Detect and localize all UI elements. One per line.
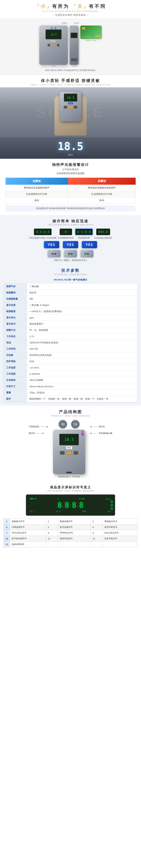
alarm-col-high: 高警报 bbox=[68, 178, 136, 185]
lcd-d4: 8 bbox=[79, 501, 83, 509]
lcd-label-al-h: AL-H bbox=[56, 510, 61, 513]
tech-value-5: ppm bbox=[27, 315, 137, 321]
operation-yes-caption: 按键方式一键确定，使用加面安全放心 bbox=[4, 259, 137, 261]
label-gas-text: 气体检波区 bbox=[29, 425, 39, 428]
top-banner: 「小」有所为 「大」有不同 A LITTLE ACTION MAKES A BI… bbox=[0, 0, 141, 19]
alarm-row2-high: 红蓝报警指示灯闪烁 bbox=[68, 191, 136, 197]
alarm-row1-low: 蜂鸣器低高速频繁报警声 bbox=[5, 185, 68, 191]
table-row: 重量 150g（含电池） bbox=[4, 390, 137, 396]
led-red bbox=[81, 431, 83, 433]
btn1 bbox=[47, 43, 50, 47]
table-row: 10 秒气体名称符号 11 校准开始符号 12 蓝牙开机符号 bbox=[4, 536, 137, 541]
tech-label-9: 电池 bbox=[4, 340, 27, 346]
table-row: 蜂鸣器低高速频繁报警声 蜂鸣器更加频繁高速报警声 bbox=[5, 185, 136, 191]
feature1-zh: 体小质轻 手感舒适 按键灵敏 bbox=[4, 78, 137, 83]
legend-label-12: 蓝牙开机符号 bbox=[102, 536, 137, 541]
display-large-value: 18.5 bbox=[4, 140, 137, 153]
device-3d-btn-main bbox=[67, 451, 72, 455]
legend-label-4: USB连接符号 bbox=[10, 524, 46, 530]
label-dot2 bbox=[42, 433, 43, 434]
tech-label-1: 检测量程 bbox=[4, 290, 27, 296]
lcd-label-cal: CAL bbox=[107, 510, 111, 513]
operation-title-en: THE OPERATION IS SIMPLE AND QUICK bbox=[4, 224, 137, 226]
hand-device-brand: hdet bbox=[68, 102, 73, 104]
no-btn2[interactable]: no bbox=[64, 250, 77, 257]
lcd-dot1: . bbox=[63, 502, 64, 508]
tech-label-3: 显示浓度 bbox=[4, 302, 27, 308]
tech-label-12: 防护等级 bbox=[4, 359, 27, 365]
card-chip bbox=[82, 27, 85, 30]
dim-width2: 5.1cm bbox=[74, 22, 79, 24]
operation-title-zh: 操作简单 响应迅速 bbox=[4, 219, 137, 223]
lcd-label-al-l: AL-L bbox=[30, 510, 35, 513]
legend-num-8: 8 bbox=[46, 530, 58, 536]
tech-title-zh: 技术参数 bbox=[4, 268, 137, 273]
structure-labels-right: 指示灯 开机键/确认键 bbox=[91, 420, 112, 435]
tech-params-table: 检测气体 二氧化氮 检测量程 电化学 传感器数量 2种 显示浓度 二氧化氮: 0… bbox=[4, 283, 137, 402]
no-col3: no bbox=[80, 250, 93, 257]
hand-device-btns bbox=[64, 106, 77, 108]
no-btn3[interactable]: no bbox=[80, 250, 93, 257]
tech-label-8: 工作电压 bbox=[4, 333, 27, 340]
tech-value-10: 250小时 bbox=[27, 346, 137, 352]
legend-label-7: %VOL单位符号 bbox=[10, 530, 46, 536]
tech-value-11: 单/双/四位充电充电器 bbox=[27, 352, 137, 359]
lcd-col3: 0 1 0 0 高低报警设置 bbox=[75, 228, 93, 239]
lcd-alarm-text: ALARM bbox=[79, 498, 85, 500]
table-row: 检测量程 电化学 bbox=[4, 290, 137, 296]
usb-port bbox=[66, 472, 72, 473]
tech-value-15: ABS工程塑料 bbox=[27, 377, 137, 383]
legend-num-12: 12 bbox=[91, 536, 102, 541]
slogan-en: A LITTLE ACTION MAKES A BIG DIFFERENCE bbox=[4, 10, 137, 12]
device-3d-buttons bbox=[60, 451, 78, 455]
device-3d-brand: hdet bbox=[66, 446, 72, 449]
value-display-section: 18.5 ppm bbox=[0, 137, 141, 159]
table-row: 传感器数量 2种 bbox=[4, 296, 137, 302]
slogan-quote1: 「小」 bbox=[35, 4, 52, 9]
brand-front: hdet bbox=[51, 40, 56, 42]
device-3d-value: 18.5 bbox=[64, 437, 74, 442]
alarm-sub2: 高低报警值时能够迅速提醒 bbox=[5, 172, 136, 175]
table-row: 显示单位 ppm bbox=[4, 315, 137, 321]
bottom-port-label: 数据同步接口 / 开关存储 bbox=[53, 475, 85, 478]
tech-value-18: 随机附赠夹一个、充电线一条、肩绳一根、提绳一根、皮套一个、合格证一张 bbox=[27, 396, 137, 402]
table-row: 外形尺寸 92mm×58mm×28.5mm bbox=[4, 383, 137, 390]
alarm-sub1: 让气体浓度达到 bbox=[5, 168, 136, 171]
lcd-symbol-title-zh: 液晶显示屏标识符号意义 bbox=[4, 485, 137, 490]
yes-col2: YES bbox=[63, 241, 78, 248]
alarm-table: 低警报 高警报 蜂鸣器低高速频繁报警声 蜂鸣器更加频繁高速报警声 红蓝报警指示灯… bbox=[5, 178, 136, 204]
tech-section: 技术参数 TECHNICAL PARAMETERS HG-NOV, NO₂等一般… bbox=[0, 264, 141, 406]
lcd-icons-top: ▮▮▮ 电量 S ALARM ▲▲▲ bbox=[30, 497, 111, 500]
table-row: 红蓝报警指示灯闪烁 红蓝报警指示灯闪烁 bbox=[5, 191, 136, 197]
sensor1-label: 气体 bbox=[61, 423, 65, 426]
no-btn1[interactable]: no bbox=[48, 250, 61, 257]
legend-label-8: PPM单位符号 bbox=[58, 530, 91, 536]
led-blue bbox=[81, 434, 83, 435]
table-row: 显示浓度 二氧化氮: 0-20ppm bbox=[4, 302, 137, 308]
operation-heading: 操作简单 响应迅速 THE OPERATION IS SIMPLE AND QU… bbox=[4, 219, 137, 226]
slogan-sub: -- 先进的安全保护 就在您身边 -- bbox=[4, 13, 137, 17]
table-row: 显示技术 液晶屏幕显示 bbox=[4, 321, 137, 327]
yes-btn1[interactable]: YES bbox=[44, 241, 59, 248]
table-row: 工作时间 250小时 bbox=[4, 346, 137, 352]
alarm-row3-low: 振动 bbox=[5, 197, 68, 204]
structure-section: 产品结构图 PRODUCT STRUCTURE DRAWING 气体检波区 显示… bbox=[0, 406, 141, 482]
table-row: 防护等级 IP65 bbox=[4, 359, 137, 365]
yes-btn3[interactable]: YES bbox=[82, 241, 97, 248]
yes-btn2[interactable]: YES bbox=[63, 241, 78, 248]
lcd-side-icon3 bbox=[110, 507, 113, 510]
lcd-signal-icon: ▲▲▲ bbox=[105, 498, 111, 500]
lcd-displays-top: 8.8.8.8 开机功能显示直观人员浓度读数 0 有无频繁预热阶段 0 1 0 … bbox=[4, 228, 137, 239]
lcd-cap2: 有无频繁预热阶段 bbox=[58, 237, 74, 239]
tech-label-10: 工作时间 bbox=[4, 346, 27, 352]
structure-labels-left: 气体检波区 显示区 bbox=[29, 420, 48, 435]
tech-heading: 技术参数 TECHNICAL PARAMETERS bbox=[4, 268, 137, 276]
lcd-col2: 0 有无频繁预热阶段 bbox=[58, 228, 74, 239]
lcd-side-icons bbox=[110, 500, 113, 510]
tech-label-7: 报警方式 bbox=[4, 327, 27, 333]
tech-label-6: 显示技术 bbox=[4, 321, 27, 327]
dim-depth: 2.85cm bbox=[71, 65, 77, 67]
sensor-circles: 气体 气体 bbox=[53, 420, 85, 429]
legend-label-13: 低报设置菜单 bbox=[10, 541, 46, 547]
legend-num-3: 3 bbox=[91, 519, 102, 524]
